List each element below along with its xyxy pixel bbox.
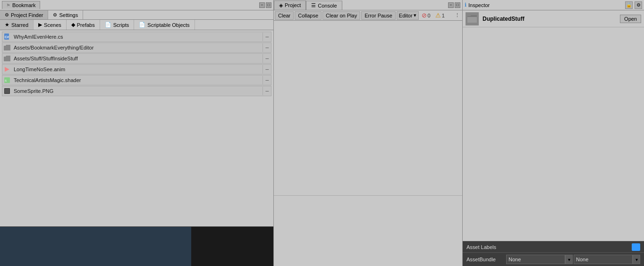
minimize-button[interactable]: − — [259, 2, 265, 8]
scripts-icon: 📄 — [105, 22, 111, 28]
scenes-icon: ▶ — [38, 22, 42, 28]
error-pause-button[interactable]: Error Pause — [361, 11, 396, 20]
bookmark-list: C# WhyAmIEvenHere.cs − Assets/BookmarkEv… — [0, 30, 273, 226]
remove-bookmark-button[interactable]: − — [263, 33, 271, 41]
bottom-left-area — [0, 227, 191, 266]
tab-project-finder[interactable]: ⚙ Project Finder — [0, 10, 48, 19]
warning-count: 1 — [442, 13, 445, 18]
collapse-button[interactable]: Collapse — [295, 11, 322, 20]
console-maximize-button[interactable]: □ — [455, 2, 460, 8]
error-badge: ⊘ 0 — [420, 11, 432, 19]
asset-bundle-select-2[interactable]: None — [574, 255, 633, 264]
list-item[interactable]: Assets/Stuff/StuffInsideStuff − — [2, 53, 271, 64]
asset-folder-icon — [466, 12, 479, 25]
inspector-settings-button[interactable]: ⚙ — [635, 1, 642, 9]
tab-settings[interactable]: ⚙ Settings — [48, 10, 83, 19]
error-icon: ⊘ — [422, 12, 427, 19]
anim-file-icon — [2, 65, 12, 74]
editor-dropdown-icon: ▾ — [414, 12, 416, 18]
project-finder-icon: ⚙ — [5, 12, 9, 17]
svg-marker-2 — [5, 67, 9, 72]
clear-on-play-button[interactable]: Clear on Play — [322, 11, 360, 20]
asset-bundle-value-2: None — [576, 257, 588, 262]
prefabs-icon: ◆ — [71, 22, 75, 28]
inspector-content — [463, 27, 644, 241]
inspector-titlebar: ℹ Inspector 🔒 ⚙ — [463, 0, 644, 10]
sub-tabs: ★ Starred ▶ Scenes ◆ Prefabs 📄 Scripts 📄… — [0, 20, 273, 30]
subtab-scenes-label: Scenes — [44, 22, 61, 28]
console-titlebar: ◈ Project ☰ Console − □ — [274, 0, 462, 10]
warning-badge: ⚠ 1 — [433, 11, 447, 19]
remove-bookmark-button[interactable]: − — [263, 43, 271, 52]
subtab-starred[interactable]: ★ Starred — [0, 20, 34, 30]
shader-file-icon: S — [2, 75, 12, 85]
bookmark-title-tab[interactable]: ⚑ Bookmark — [2, 1, 40, 9]
remove-bookmark-button[interactable]: − — [263, 87, 271, 95]
bookmark-item-label: Assets/BookmarkEverything/Editor — [12, 45, 263, 50]
project-tab-icon: ◈ — [279, 2, 283, 8]
list-item[interactable]: SomeSprite.PNG − — [2, 86, 271, 96]
main-tabs: ⚙ Project Finder ⚙ Settings — [0, 10, 273, 20]
tab-settings-label: Settings — [59, 12, 78, 18]
subtab-scriptable-objects-label: Scriptable Objects — [147, 22, 189, 28]
bookmark-item-label: WhyAmIEvenHere.cs — [12, 34, 263, 40]
tab-console[interactable]: ☰ Console — [306, 0, 342, 10]
console-panel: ◈ Project ☰ Console − □ Clear Collapse C… — [274, 0, 463, 266]
editor-label: Editor — [399, 13, 413, 18]
error-count: 0 — [428, 13, 431, 18]
scriptable-objects-icon: 📄 — [139, 22, 145, 28]
editor-dropdown[interactable]: Editor ▾ — [397, 11, 419, 20]
console-bottom-area — [274, 195, 462, 266]
bookmark-item-label: Assets/Stuff/StuffInsideStuff — [12, 56, 263, 61]
list-item[interactable]: S TechnicalArtistsMagic.shader − — [2, 75, 271, 85]
remove-bookmark-button[interactable]: − — [263, 76, 271, 84]
asset-bundle-label: AssetBundle — [466, 257, 504, 262]
asset-name: DuplicatedStuff — [483, 16, 620, 22]
folder-icon — [2, 54, 12, 63]
inspector-controls: 🔒 ⚙ — [625, 1, 642, 9]
console-tab-icon: ☰ — [311, 2, 316, 8]
subtab-prefabs[interactable]: ◆ Prefabs — [67, 20, 100, 30]
asset-bundle-select-1[interactable]: None — [506, 255, 565, 264]
tab-project[interactable]: ◈ Project — [274, 0, 306, 10]
clear-button[interactable]: Clear — [275, 11, 294, 20]
bookmark-item-label: LongTimeNoSee.anim — [12, 66, 263, 72]
subtab-scenes[interactable]: ▶ Scenes — [34, 20, 67, 30]
tab-console-label: Console — [318, 3, 337, 8]
settings-icon: ⚙ — [53, 12, 57, 17]
console-settings-button[interactable]: ⋮ — [453, 11, 461, 20]
inspector-info-icon: ℹ — [465, 2, 466, 8]
remove-bookmark-button[interactable]: − — [263, 54, 271, 63]
console-toolbar: Clear Collapse Clear on Play Error Pause… — [274, 10, 462, 21]
warning-icon: ⚠ — [435, 12, 441, 19]
subtab-scripts[interactable]: 📄 Scripts — [100, 20, 135, 30]
subtab-scriptable-objects[interactable]: 📄 Scriptable Objects — [134, 20, 195, 30]
left-panel-bottom — [0, 226, 273, 266]
subtab-prefabs-label: Prefabs — [77, 22, 95, 28]
tab-project-finder-label: Project Finder — [11, 12, 43, 18]
bookmark-title-label: Bookmark — [12, 2, 36, 8]
maximize-button[interactable]: □ — [266, 2, 271, 8]
asset-labels-toggle[interactable] — [632, 243, 640, 251]
bookmark-icon: ⚑ — [6, 3, 10, 8]
asset-bundle-arrow-2[interactable]: ▾ — [633, 255, 640, 264]
console-minimize-button[interactable]: − — [448, 2, 454, 8]
list-item[interactable]: LongTimeNoSee.anim − — [2, 64, 271, 75]
asset-bundle-value-1: None — [508, 257, 521, 262]
asset-bundle-arrow-1[interactable]: ▾ — [565, 255, 573, 264]
remove-bookmark-button[interactable]: − — [263, 65, 271, 74]
inspector-lock-button[interactable]: 🔒 — [625, 1, 633, 9]
bookmark-item-label: SomeSprite.PNG — [12, 88, 263, 94]
tab-project-label: Project — [285, 2, 301, 8]
subtab-scripts-label: Scripts — [113, 22, 129, 28]
bookmark-titlebar: ⚑ Bookmark − □ — [0, 0, 273, 10]
inspector-panel: ℹ Inspector 🔒 ⚙ DuplicatedStuff Open — [463, 0, 644, 266]
list-item[interactable]: C# WhyAmIEvenHere.cs − — [2, 32, 271, 42]
console-content — [274, 21, 462, 195]
svg-rect-6 — [5, 89, 9, 93]
list-item[interactable]: Assets/BookmarkEverything/Editor − — [2, 42, 271, 53]
svg-text:C#: C# — [5, 35, 9, 39]
bookmark-panel-controls: − □ — [259, 2, 271, 8]
inspector-title: Inspector — [468, 2, 490, 8]
open-asset-button[interactable]: Open — [620, 15, 641, 23]
